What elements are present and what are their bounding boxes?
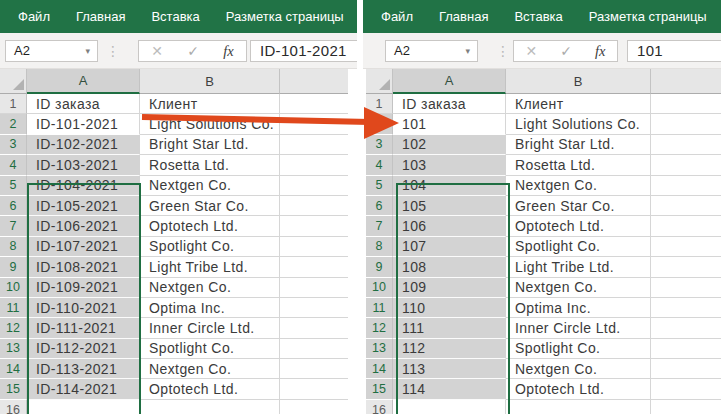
tab-insert[interactable]: Вставка [151, 9, 199, 24]
cell-B5[interactable]: Nextgen Co. [140, 176, 280, 196]
cell-B10[interactable]: Nextgen Co. [140, 278, 280, 298]
cell-A4[interactable]: ID-103-2021 [27, 155, 140, 175]
tab-page-layout[interactable]: Разметка страницы [589, 9, 707, 24]
cell-B16[interactable] [140, 400, 280, 414]
cell-A14[interactable]: ID-113-2021 [27, 359, 140, 379]
cell-A10[interactable]: 109 [393, 278, 506, 298]
tab-file[interactable]: Файл [381, 9, 413, 24]
row-header-13[interactable]: 13 [366, 339, 393, 359]
cell-A13[interactable]: ID-112-2021 [27, 339, 140, 359]
cell-C10[interactable] [651, 278, 721, 298]
cell-B11[interactable]: Optima Inc. [140, 298, 280, 318]
cell-A13[interactable]: 112 [393, 339, 506, 359]
cell-C4[interactable] [280, 155, 348, 175]
formula-input[interactable]: 101 [627, 40, 721, 62]
row-header-16[interactable]: 16 [0, 400, 27, 414]
cell-B14[interactable]: Nextgen Co. [506, 359, 651, 379]
tab-home[interactable]: Главная [76, 9, 125, 24]
cell-A5[interactable]: 104 [393, 176, 506, 196]
row-header-8[interactable]: 8 [366, 237, 393, 257]
row-header-7[interactable]: 7 [0, 216, 27, 236]
name-box[interactable]: A2 ▾ [385, 40, 478, 62]
cell-A16[interactable] [393, 400, 506, 414]
cell-B5[interactable]: Nextgen Co. [506, 176, 651, 196]
cell-A15[interactable]: ID-114-2021 [27, 379, 140, 399]
cell-C7[interactable] [651, 216, 721, 236]
cell-A6[interactable]: 105 [393, 196, 506, 216]
cell-C8[interactable] [280, 237, 348, 257]
cell-B2[interactable]: Light Solutions Co. [140, 114, 280, 134]
cell-B16[interactable] [506, 400, 651, 414]
cell-B11[interactable]: Optima Inc. [506, 298, 651, 318]
cell-A7[interactable]: 106 [393, 216, 506, 236]
cell-C16[interactable] [280, 400, 348, 414]
row-header-1[interactable]: 1 [0, 94, 27, 114]
row-header-14[interactable]: 14 [366, 359, 393, 379]
cell-B15[interactable]: Optotech Ltd. [140, 379, 280, 399]
name-box[interactable]: A2 ▾ [5, 40, 98, 62]
cell-A9[interactable]: 108 [393, 257, 506, 277]
row-header-8[interactable]: 8 [0, 237, 27, 257]
row-header-11[interactable]: 11 [0, 298, 27, 318]
column-header-A[interactable]: A [27, 69, 140, 94]
row-header-4[interactable]: 4 [0, 155, 27, 175]
row-header-4[interactable]: 4 [366, 155, 393, 175]
cell-C15[interactable] [280, 379, 348, 399]
row-header-15[interactable]: 15 [0, 379, 27, 399]
cell-A10[interactable]: ID-109-2021 [27, 278, 140, 298]
row-header-2[interactable]: 2 [366, 114, 393, 134]
cell-C11[interactable] [280, 298, 348, 318]
cell-C13[interactable] [280, 339, 348, 359]
row-header-12[interactable]: 12 [366, 318, 393, 338]
row-header-9[interactable]: 9 [366, 257, 393, 277]
select-all-corner[interactable] [366, 69, 393, 94]
cell-B1[interactable]: Клиент [506, 94, 651, 114]
tab-home[interactable]: Главная [439, 9, 488, 24]
cell-A1[interactable]: ID заказа [393, 94, 506, 114]
cell-C7[interactable] [280, 216, 348, 236]
cell-C14[interactable] [651, 359, 721, 379]
name-box-dropdown-icon[interactable]: ▾ [465, 41, 470, 61]
cell-C11[interactable] [651, 298, 721, 318]
cell-C5[interactable] [651, 176, 721, 196]
row-header-9[interactable]: 9 [0, 257, 27, 277]
row-header-14[interactable]: 14 [0, 359, 27, 379]
cell-C1[interactable] [651, 94, 721, 114]
row-header-10[interactable]: 10 [366, 278, 393, 298]
cell-C8[interactable] [651, 237, 721, 257]
formula-input[interactable]: ID-101-2021 [250, 40, 357, 62]
row-header-13[interactable]: 13 [0, 339, 27, 359]
cell-B1[interactable]: Клиент [140, 94, 280, 114]
cell-B7[interactable]: Optotech Ltd. [506, 216, 651, 236]
row-header-5[interactable]: 5 [366, 176, 393, 196]
row-header-7[interactable]: 7 [366, 216, 393, 236]
row-header-10[interactable]: 10 [0, 278, 27, 298]
column-header-C[interactable] [280, 69, 348, 94]
cell-A12[interactable]: 111 [393, 318, 506, 338]
row-header-5[interactable]: 5 [0, 176, 27, 196]
row-header-12[interactable]: 12 [0, 318, 27, 338]
cell-C4[interactable] [651, 155, 721, 175]
cell-C2[interactable] [280, 114, 348, 134]
cell-C5[interactable] [280, 176, 348, 196]
cell-B12[interactable]: Inner Circle Ltd. [506, 318, 651, 338]
cell-A4[interactable]: 103 [393, 155, 506, 175]
cell-A5[interactable]: ID-104-2021 [27, 176, 140, 196]
column-header-C[interactable] [651, 69, 721, 94]
cell-C9[interactable] [280, 257, 348, 277]
cell-B9[interactable]: Light Tribe Ltd. [140, 257, 280, 277]
cell-C2[interactable] [651, 114, 721, 134]
row-header-6[interactable]: 6 [0, 196, 27, 216]
cell-C12[interactable] [280, 318, 348, 338]
cell-B4[interactable]: Rosetta Ltd. [140, 155, 280, 175]
cell-A1[interactable]: ID заказа [27, 94, 140, 114]
cell-A11[interactable]: 110 [393, 298, 506, 318]
column-header-B[interactable]: B [140, 69, 280, 94]
insert-function-icon[interactable]: fx [223, 43, 233, 60]
cell-A14[interactable]: 113 [393, 359, 506, 379]
cell-C3[interactable] [651, 135, 721, 155]
cell-B4[interactable]: Rosetta Ltd. [506, 155, 651, 175]
row-header-16[interactable]: 16 [366, 400, 393, 414]
column-header-A[interactable]: A [393, 69, 506, 94]
cell-C14[interactable] [280, 359, 348, 379]
